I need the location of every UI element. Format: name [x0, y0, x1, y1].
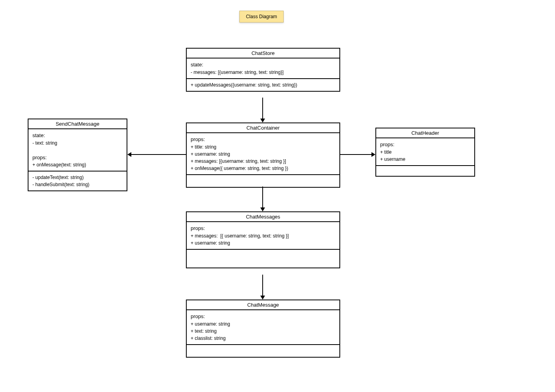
- class-sendchatmessage-methods: - updateText(text: string) - handleSubmi…: [28, 172, 127, 190]
- arrow-chatstore-chatcontainer: [262, 98, 263, 119]
- props-lines: + messages: [{ username: string, text: s…: [191, 233, 289, 246]
- class-chatstore-methods: + updateMessages({username: string, text…: [187, 79, 339, 91]
- arrowhead-chatmessages-chatmessage: [260, 296, 265, 300]
- class-chatheader-methods: [376, 166, 474, 176]
- method-lines: - updateText(text: string) - handleSubmi…: [32, 175, 89, 187]
- arrow-chatcontainer-chatmessages: [262, 187, 263, 208]
- props-label: props:: [32, 155, 47, 160]
- class-chatcontainer-methods: [187, 175, 339, 187]
- class-chatmessage-methods: [187, 345, 339, 357]
- class-sendchatmessage-title: SendChatMessage: [28, 119, 127, 129]
- arrow-chatmessages-chatmessage: [262, 275, 263, 296]
- class-chatstore-state: state: - messages: [{username: string, t…: [187, 58, 339, 79]
- state-lines: - text: string: [32, 140, 57, 146]
- diagram-title-text: Class Diagram: [246, 14, 277, 19]
- arrow-chatcontainer-sendchatmessage: [131, 154, 186, 155]
- class-chatmessages-props: props: + messages: [{ username: string, …: [187, 222, 339, 250]
- class-chatmessages: ChatMessages props: + messages: [{ usern…: [186, 211, 340, 268]
- arrowhead-chatcontainer-chatheader: [371, 152, 375, 157]
- diagram-title: Class Diagram: [239, 11, 284, 23]
- arrowhead-chatcontainer-chatmessages: [260, 207, 265, 211]
- class-chatstore-title: ChatStore: [187, 49, 339, 58]
- class-chatheader: ChatHeader props: + title + username: [375, 128, 475, 177]
- class-sendchatmessage: SendChatMessage state: - text: string pr…: [28, 119, 127, 191]
- class-chatmessages-title: ChatMessages: [187, 212, 339, 222]
- class-chatcontainer: ChatContainer props: + title: string + u…: [186, 122, 340, 188]
- class-chatmessages-methods: [187, 250, 339, 268]
- state-label: state:: [32, 132, 45, 138]
- state-label: state:: [191, 62, 203, 68]
- props-label: props:: [191, 136, 205, 142]
- props-lines: + title: string + username: string + mes…: [191, 144, 288, 171]
- arrow-chatcontainer-chatheader: [340, 154, 372, 155]
- class-chatcontainer-title: ChatContainer: [187, 123, 339, 133]
- class-chatheader-title: ChatHeader: [376, 128, 474, 138]
- class-chatmessage-props: props: + username: string + text: string…: [187, 310, 339, 345]
- class-chatmessage: ChatMessage props: + username: string + …: [186, 300, 340, 358]
- arrowhead-chatcontainer-sendchatmessage: [127, 152, 131, 157]
- props-lines: + title + username: [380, 149, 405, 162]
- class-chatstore: ChatStore state: - messages: [{username:…: [186, 48, 340, 92]
- props-label: props:: [191, 225, 205, 231]
- props-label: props:: [380, 141, 394, 147]
- props-lines: + onMessage(text: string): [32, 162, 86, 168]
- props-label: props:: [191, 313, 205, 319]
- class-sendchatmessage-state: state: - text: string props: + onMessage…: [28, 129, 127, 172]
- class-chatheader-props: props: + title + username: [376, 138, 474, 166]
- arrowhead-chatstore-chatcontainer: [260, 119, 265, 122]
- class-chatcontainer-props: props: + title: string + username: strin…: [187, 133, 339, 175]
- props-lines: + username: string + text: string + clas…: [191, 321, 230, 341]
- class-chatmessage-title: ChatMessage: [187, 300, 339, 310]
- state-lines: - messages: [{username: string, text: st…: [191, 70, 284, 75]
- method-lines: + updateMessages({username: string, text…: [191, 82, 297, 88]
